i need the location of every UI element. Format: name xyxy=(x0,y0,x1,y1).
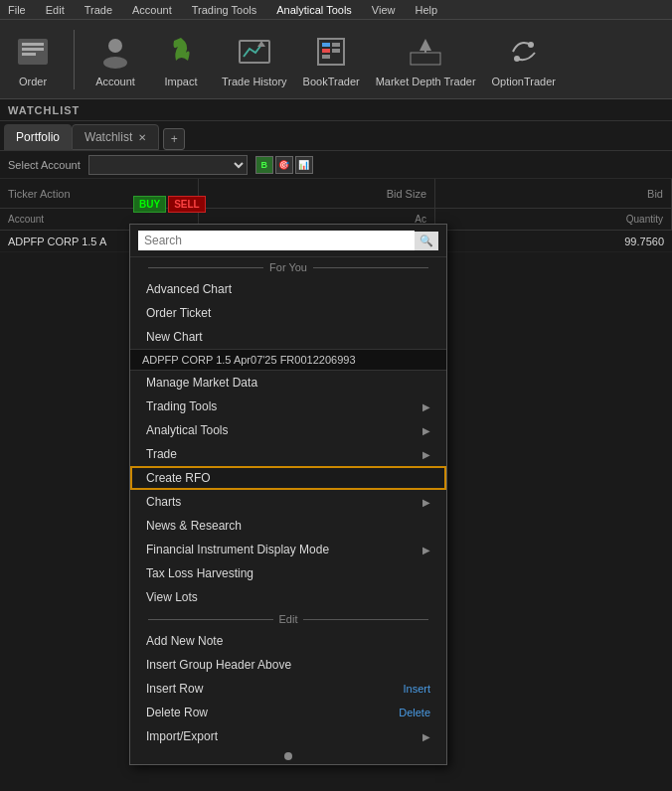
menu-bar: File Edit Trade Account Trading Tools An… xyxy=(0,0,672,20)
toolbar-sep-1 xyxy=(74,30,75,89)
market-depth-icon xyxy=(406,32,445,72)
svg-rect-2 xyxy=(22,48,44,51)
svg-rect-14 xyxy=(332,49,340,53)
menu-trade[interactable]: Trade xyxy=(81,2,116,18)
toolbar-booktrader[interactable]: BookTrader xyxy=(303,32,360,87)
watchlist-bar: WATCHLIST xyxy=(0,99,672,121)
cm-scroll-indicator xyxy=(130,748,446,764)
order-label: Order xyxy=(19,76,47,87)
toolbar-market-depth[interactable]: Market Depth Trader xyxy=(376,32,476,87)
svg-rect-15 xyxy=(411,53,440,65)
cm-item-view-lots[interactable]: View Lots xyxy=(130,585,446,609)
cm-for-you-label: For You xyxy=(130,257,446,277)
sub-th-quantity: Quantity xyxy=(435,209,672,230)
svg-rect-3 xyxy=(22,53,36,56)
svg-rect-0 xyxy=(18,39,48,65)
booktrader-icon xyxy=(311,32,351,72)
booktrader-label: BookTrader xyxy=(303,76,360,87)
cm-item-insert-group[interactable]: Insert Group Header Above xyxy=(130,653,446,677)
menu-account[interactable]: Account xyxy=(128,2,176,18)
cm-item-trading-tools[interactable]: Trading Tools ▶ xyxy=(130,395,446,418)
menu-edit[interactable]: Edit xyxy=(42,2,69,18)
tab-portfolio[interactable]: Portfolio xyxy=(4,124,72,150)
cm-item-advanced-chart[interactable]: Advanced Chart xyxy=(130,277,446,301)
cm-item-manage-market-data[interactable]: Manage Market Data xyxy=(130,371,446,395)
context-menu: 🔍 For You Advanced Chart Order Ticket Ne… xyxy=(129,224,447,765)
trade-history-icon xyxy=(235,32,274,72)
menu-view[interactable]: View xyxy=(368,2,400,18)
cm-item-insert-row[interactable]: Insert Row Insert xyxy=(130,677,446,701)
mini-icon-3[interactable]: 📊 xyxy=(295,156,313,174)
cm-search-input[interactable] xyxy=(138,231,415,250)
cm-item-analytical-tools[interactable]: Analytical Tools ▶ xyxy=(130,418,446,442)
cm-shortcut-insert: Insert xyxy=(403,683,430,695)
cell-price: 99.7560 xyxy=(435,236,672,247)
svg-point-4 xyxy=(108,39,122,53)
menu-help[interactable]: Help xyxy=(412,2,442,18)
mini-icons-row: B 🎯 📊 xyxy=(255,156,313,174)
cm-item-add-note[interactable]: Add New Note xyxy=(130,629,446,653)
svg-rect-6 xyxy=(106,59,124,67)
cm-item-new-chart[interactable]: New Chart xyxy=(130,325,446,349)
svg-rect-1 xyxy=(22,43,44,46)
cm-item-order-ticket[interactable]: Order Ticket xyxy=(130,301,446,325)
tab-watchlist-label: Watchlist xyxy=(84,130,132,144)
buy-button[interactable]: BUY xyxy=(133,196,166,213)
watchlist-label: WATCHLIST xyxy=(8,104,80,116)
cm-arrow-trade: ▶ xyxy=(422,449,430,460)
toolbar-account[interactable]: Account xyxy=(90,32,140,87)
svg-rect-9 xyxy=(318,39,344,65)
menu-file[interactable]: File xyxy=(4,2,30,18)
svg-rect-10 xyxy=(322,43,330,47)
th-bid-size: Bid Size xyxy=(199,179,435,208)
th-bid: Bid xyxy=(435,179,672,208)
tab-watchlist-close[interactable]: ✕ xyxy=(138,132,146,143)
order-icon xyxy=(13,32,53,72)
tab-add-button[interactable]: + xyxy=(163,128,185,150)
svg-point-19 xyxy=(514,56,520,62)
cm-search-row: 🔍 xyxy=(130,225,446,257)
mini-icon-1[interactable]: B xyxy=(255,156,273,174)
cm-item-import-export[interactable]: Import/Export ▶ xyxy=(130,724,446,748)
toolbar: Order Account Impact Trade Histo xyxy=(0,20,672,99)
sell-button[interactable]: SELL xyxy=(168,196,206,213)
svg-point-18 xyxy=(528,42,534,48)
cm-item-trade[interactable]: Trade ▶ xyxy=(130,442,446,466)
cm-item-create-rfo[interactable]: Create RFO xyxy=(130,466,446,490)
account-select-dropdown[interactable] xyxy=(88,155,248,175)
tab-portfolio-label: Portfolio xyxy=(16,130,60,144)
svg-rect-11 xyxy=(322,49,330,53)
toolbar-option-trader[interactable]: OptionTrader xyxy=(492,32,556,87)
cm-item-charts[interactable]: Charts ▶ xyxy=(130,490,446,514)
account-row: Select Account B 🎯 📊 xyxy=(0,151,672,179)
mini-icon-2[interactable]: 🎯 xyxy=(275,156,293,174)
cm-search-icon: 🔍 xyxy=(415,232,438,250)
cm-item-tax-loss[interactable]: Tax Loss Harvesting xyxy=(130,561,446,585)
cm-item-delete-row[interactable]: Delete Row Delete xyxy=(130,701,446,724)
cm-arrow-charts: ▶ xyxy=(422,497,430,508)
cm-item-financial-instrument[interactable]: Financial Instrument Display Mode ▶ xyxy=(130,538,446,561)
cm-item-news-research[interactable]: News & Research xyxy=(130,514,446,538)
cm-scroll-dot xyxy=(284,752,292,760)
market-depth-label: Market Depth Trader xyxy=(376,76,476,87)
buy-sell-area: BUY SELL xyxy=(133,196,206,213)
menu-analytical-tools[interactable]: Analytical Tools xyxy=(272,2,356,18)
tabs-row: Portfolio Watchlist ✕ + xyxy=(0,121,672,151)
menu-trading-tools[interactable]: Trading Tools xyxy=(188,2,260,18)
option-trader-icon xyxy=(504,32,544,72)
svg-marker-16 xyxy=(420,39,431,51)
account-label: Account xyxy=(95,76,135,87)
svg-rect-12 xyxy=(322,55,330,59)
cm-shortcut-delete: Delete xyxy=(399,707,430,718)
toolbar-order[interactable]: Order xyxy=(8,32,58,87)
table-header: Ticker Action Bid Size Bid xyxy=(0,179,672,209)
trade-history-label: Trade History xyxy=(222,76,287,87)
impact-label: Impact xyxy=(164,76,197,87)
toolbar-impact[interactable]: Impact xyxy=(156,32,206,87)
tab-watchlist[interactable]: Watchlist ✕ xyxy=(72,124,159,150)
cm-arrow-analytical-tools: ▶ xyxy=(422,425,430,436)
option-trader-label: OptionTrader xyxy=(492,76,556,87)
toolbar-trade-history[interactable]: Trade History xyxy=(222,32,287,87)
account-icon xyxy=(95,32,135,72)
cm-section-header: ADPFP CORP 1.5 Apr07'25 FR0012206993 xyxy=(130,349,446,371)
